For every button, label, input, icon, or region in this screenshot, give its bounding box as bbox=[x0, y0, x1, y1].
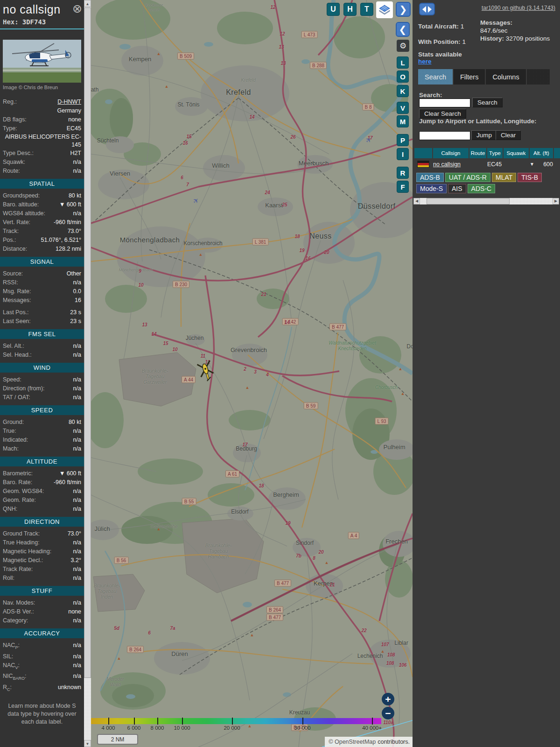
table-horizontal-scrollbar[interactable]: ◀ ▶ bbox=[413, 198, 559, 204]
history-label: History: bbox=[480, 35, 504, 42]
scroll-down-arrow-icon[interactable]: ▼ bbox=[84, 740, 91, 747]
data-value: -960 ft/min bbox=[54, 218, 81, 227]
data-label: SIL: bbox=[3, 652, 13, 661]
layers-button[interactable] bbox=[376, 1, 393, 18]
total-aircraft-value: 1 bbox=[461, 23, 464, 30]
legend-label: 30 000 bbox=[294, 725, 310, 731]
column-header-type[interactable]: Type bbox=[487, 148, 503, 158]
map-label-jüchen: Jüchen bbox=[186, 335, 204, 342]
scroll-right-arrow-icon[interactable]: ▶ bbox=[553, 198, 559, 204]
map[interactable]: {"":""} bbox=[91, 0, 413, 747]
exit-number: 2 bbox=[244, 366, 246, 372]
column-header-altft[interactable]: Alt. (ft) bbox=[530, 148, 553, 158]
exit-number: 106 bbox=[399, 662, 407, 668]
badge-ads-c[interactable]: ADS-C bbox=[468, 184, 496, 193]
exit-number: 15 bbox=[163, 341, 168, 346]
map-button-m[interactable]: M bbox=[397, 115, 409, 127]
jump-clear-button[interactable]: Clear bbox=[496, 130, 521, 140]
poi-triangle-icon: ▲ bbox=[401, 391, 405, 396]
row-callsign-link[interactable]: no callsign bbox=[433, 161, 461, 168]
legend-tick bbox=[108, 718, 109, 725]
data-value: Other bbox=[67, 269, 81, 278]
poi-triangle-icon: ▲ bbox=[199, 252, 203, 257]
exit-number: 12 bbox=[270, 5, 275, 10]
zoom-in-button[interactable]: + bbox=[382, 693, 394, 705]
badge-ais[interactable]: AIS bbox=[448, 184, 466, 193]
data-row: True:n/a bbox=[3, 427, 81, 436]
settings-button[interactable]: ⚙ bbox=[397, 40, 409, 52]
data-row: Msg. Rate:0.0 bbox=[3, 287, 81, 296]
poi-triangle-icon: ▲ bbox=[399, 366, 403, 371]
map-button-p[interactable]: P bbox=[397, 134, 409, 146]
map-label-kreuzau: Kreuzau bbox=[289, 710, 310, 716]
map-button-h[interactable]: H bbox=[343, 3, 357, 16]
badge-tis-b[interactable]: TIS-B bbox=[518, 173, 542, 182]
data-label: Indicated: bbox=[3, 436, 28, 444]
badge-mlat[interactable]: MLAT bbox=[492, 173, 516, 182]
map-button-o[interactable]: O bbox=[397, 70, 409, 83]
badge-ads-b[interactable]: ADS-B bbox=[416, 173, 444, 182]
osm-link[interactable]: © OpenStreetMap bbox=[329, 739, 376, 745]
road-badge-b-264: B 264 bbox=[266, 606, 283, 613]
badge-uat-ads-r[interactable]: UAT / ADS-R bbox=[445, 173, 490, 182]
zoom-out-button[interactable]: − bbox=[382, 707, 394, 719]
sidebar-scrollbar[interactable]: ▲ ▼ bbox=[84, 0, 91, 747]
map-label-braunkohle-: Braunkohle- Tagebau Hambach bbox=[205, 543, 232, 559]
map-button-f[interactable]: F bbox=[397, 181, 409, 193]
exit-number: 10 bbox=[138, 282, 143, 288]
exit-number: 5d bbox=[114, 626, 119, 631]
scroll-up-arrow-icon[interactable]: ▲ bbox=[84, 0, 91, 7]
tab-filters[interactable]: Filters bbox=[454, 69, 486, 85]
expand-right-button[interactable]: ❯ bbox=[396, 2, 411, 17]
jump-input[interactable] bbox=[419, 131, 470, 140]
scroll-left-arrow-icon[interactable]: ◀ bbox=[413, 198, 420, 204]
panel-toggle-button[interactable] bbox=[419, 3, 435, 15]
map-button-l[interactable]: L bbox=[397, 56, 409, 69]
data-value: n/a bbox=[73, 496, 81, 505]
table-row[interactable]: no callsignEC45▼600 bbox=[414, 159, 560, 169]
map-label-krefeld: Krefeld bbox=[226, 88, 251, 97]
stats-here-link[interactable]: here bbox=[418, 58, 432, 65]
registration-link[interactable]: D-HNWT bbox=[57, 99, 81, 105]
column-header-route[interactable]: Route bbox=[469, 148, 486, 158]
germany-flag bbox=[417, 161, 429, 168]
tar1090-github-link[interactable]: tar1090 on github (3.14.1743) bbox=[482, 5, 555, 11]
total-aircraft-stat: Total Aircraft: 1 bbox=[418, 22, 464, 30]
jump-button[interactable]: Jump bbox=[471, 130, 497, 140]
search-button[interactable]: Search bbox=[472, 98, 503, 107]
map-button-u[interactable]: U bbox=[327, 3, 340, 16]
column-header-s[interactable]: S bbox=[554, 148, 560, 158]
data-value: n/a bbox=[73, 427, 81, 436]
scrollbar-thumb[interactable] bbox=[84, 7, 91, 678]
history-stat: History: 32709 positions bbox=[480, 35, 555, 42]
exit-number: 17 bbox=[242, 442, 247, 447]
badge-mode-s[interactable]: Mode-S bbox=[416, 184, 447, 193]
map-label-pulheim: Pulheim bbox=[384, 444, 406, 451]
data-value: none bbox=[68, 607, 81, 616]
close-icon[interactable]: ⊗ bbox=[72, 3, 82, 14]
search-input[interactable] bbox=[419, 99, 470, 107]
map-button-v[interactable]: V bbox=[397, 102, 409, 114]
hscrollbar-thumb[interactable] bbox=[427, 198, 510, 204]
data-value: ▼ 600 ft bbox=[59, 469, 81, 478]
data-value: unknown bbox=[58, 683, 81, 694]
column-header-squawk[interactable]: Squawk bbox=[504, 148, 529, 158]
tab-search[interactable]: Search bbox=[418, 69, 454, 85]
map-button-k[interactable]: K bbox=[397, 85, 409, 97]
tab-columns[interactable]: Columns bbox=[486, 69, 526, 85]
collapse-left-button[interactable]: ❮ bbox=[396, 22, 410, 37]
column-header-flag[interactable] bbox=[414, 148, 432, 158]
data-row: Pos.:51.076°, 6.521° bbox=[3, 236, 81, 245]
chevron-right-icon: ❯ bbox=[399, 4, 407, 15]
data-label: Baro. altitude: bbox=[3, 200, 39, 209]
exit-number: 18 bbox=[294, 234, 300, 239]
exit-number: 18 bbox=[259, 483, 264, 488]
map-button-t[interactable]: T bbox=[360, 3, 373, 16]
column-header-callsign[interactable]: Callsign bbox=[433, 148, 469, 158]
map-label-krefeld: Krefeld bbox=[241, 78, 256, 83]
exit-number: 19 bbox=[285, 521, 290, 526]
aircraft-photo bbox=[3, 40, 81, 83]
map-button-r[interactable]: R bbox=[397, 167, 409, 179]
map-button-i[interactable]: I bbox=[397, 148, 409, 160]
data-row: Geom. WGS84:n/a bbox=[3, 487, 81, 496]
